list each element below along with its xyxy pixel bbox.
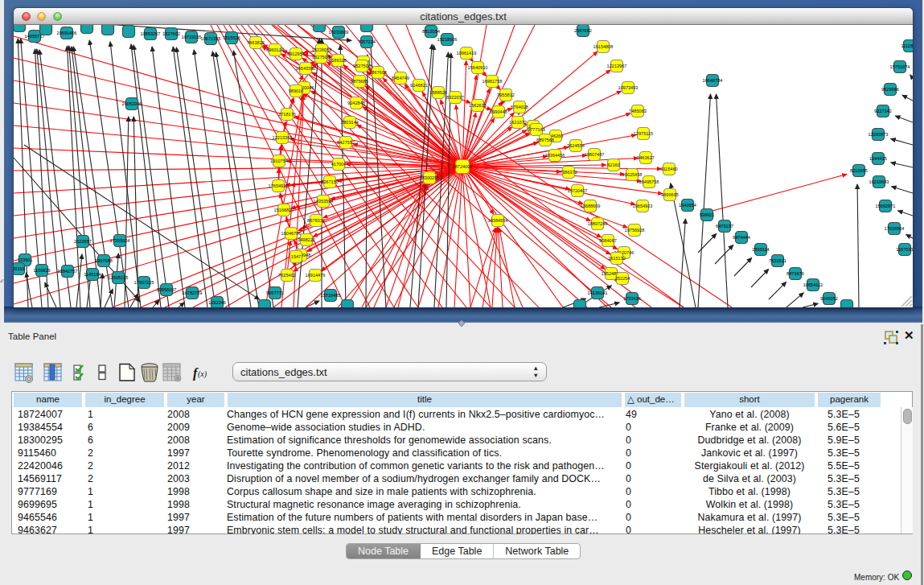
svg-text:8215955: 8215955: [850, 168, 868, 173]
svg-text:9527506: 9527506: [312, 55, 330, 60]
svg-text:62160: 62160: [607, 163, 620, 167]
svg-text:16033809: 16033809: [329, 30, 349, 35]
svg-text:10961419: 10961419: [457, 51, 477, 56]
svg-text:3624554: 3624554: [567, 143, 585, 148]
svg-text:9657771: 9657771: [266, 290, 284, 295]
svg-text:9527508: 9527508: [353, 64, 371, 68]
svg-text:16961758: 16961758: [483, 79, 503, 84]
svg-text:6479197: 6479197: [716, 224, 733, 229]
svg-text:938921: 938921: [700, 212, 715, 217]
svg-text:20691406: 20691406: [57, 31, 77, 35]
svg-text:989016: 989016: [289, 89, 304, 93]
svg-text:8471676: 8471676: [786, 271, 804, 276]
svg-text:9242848: 9242848: [347, 101, 365, 105]
svg-text:10853267: 10853267: [141, 31, 161, 36]
svg-text:15640910: 15640910: [468, 65, 488, 70]
svg-text:1562615: 1562615: [469, 103, 487, 108]
svg-text:8912954: 8912954: [287, 51, 305, 56]
svg-text:1615132: 1615132: [608, 256, 626, 261]
svg-text:6794028: 6794028: [511, 105, 528, 109]
svg-text:3875685: 3875685: [351, 79, 368, 84]
svg-text:1167533: 1167533: [896, 247, 913, 252]
svg-text:8186328: 8186328: [329, 58, 347, 63]
svg-text:15692971: 15692971: [876, 204, 896, 208]
svg-text:1292346: 1292346: [208, 300, 226, 305]
svg-text:1910754: 1910754: [270, 159, 288, 163]
svg-text:12213369: 12213369: [273, 135, 293, 140]
svg-text:17359924: 17359924: [110, 238, 130, 243]
svg-text:1621072: 1621072: [509, 120, 527, 125]
svg-text:19218506: 19218506: [437, 37, 458, 42]
svg-text:16154808: 16154808: [593, 44, 614, 49]
svg-text:1733426: 1733426: [623, 296, 641, 301]
svg-text:8813054: 8813054: [422, 29, 440, 34]
svg-text:14353594: 14353594: [314, 199, 334, 204]
svg-text:16914479: 16914479: [306, 273, 326, 278]
svg-text:18807249: 18807249: [588, 221, 608, 226]
svg-text:8322037: 8322037: [446, 95, 464, 100]
svg-text:12942757: 12942757: [58, 269, 78, 274]
svg-text:133901: 133901: [18, 257, 33, 262]
svg-text:12093873: 12093873: [869, 132, 889, 137]
svg-text:39159: 39159: [14, 266, 25, 271]
svg-text:8454749: 8454749: [392, 76, 409, 80]
svg-text:8990448: 8990448: [490, 109, 507, 114]
svg-text:7955812: 7955812: [497, 93, 515, 97]
svg-text:10654112: 10654112: [803, 282, 823, 287]
svg-text:2867608: 2867608: [369, 70, 387, 75]
svg-text:7485063: 7485063: [629, 109, 647, 113]
svg-text:9084067: 9084067: [599, 238, 617, 243]
svg-text:10958107: 10958107: [157, 287, 177, 292]
svg-text:15751074: 15751074: [890, 64, 910, 69]
svg-text:15166827: 15166827: [274, 208, 294, 212]
svg-text:3498222: 3498222: [298, 237, 315, 242]
svg-text:10671355: 10671355: [201, 36, 221, 41]
svg-text:9474444: 9474444: [733, 235, 750, 240]
svg-text:7357224: 7357224: [358, 39, 376, 44]
svg-text:1112842: 1112842: [901, 43, 913, 48]
svg-text:417004: 417004: [331, 162, 347, 167]
svg-text:16543382: 16543382: [296, 66, 316, 71]
svg-text:17016504: 17016504: [885, 226, 905, 231]
svg-text:17957225: 17957225: [134, 280, 154, 285]
svg-text:2803144: 2803144: [341, 120, 359, 125]
svg-text:14136141: 14136141: [588, 290, 608, 295]
svg-text:8427552: 8427552: [337, 140, 355, 145]
svg-text:15720407: 15720407: [568, 188, 588, 193]
svg-text:8960124: 8960124: [266, 47, 284, 52]
svg-text:7632621: 7632621: [769, 258, 786, 263]
svg-text:19654923: 19654923: [633, 204, 653, 208]
svg-text:7515526: 7515526: [223, 35, 240, 40]
svg-text:7625402: 7625402: [278, 273, 296, 278]
svg-text:12975115: 12975115: [634, 131, 653, 136]
svg-text:7386372: 7386372: [560, 170, 577, 175]
svg-text:9115460: 9115460: [660, 167, 677, 171]
svg-text:10807487: 10807487: [585, 152, 605, 157]
svg-text:9227342: 9227342: [874, 109, 892, 113]
svg-text:7663822: 7663822: [247, 40, 265, 45]
svg-text:16210643: 16210643: [869, 179, 889, 184]
svg-text:2087682: 2087682: [574, 28, 592, 33]
svg-text:1588520: 1588520: [429, 90, 447, 95]
svg-text:1527602: 1527602: [162, 31, 180, 36]
svg-text:10025438: 10025438: [622, 172, 643, 177]
svg-text:6897568: 6897568: [536, 138, 554, 142]
svg-text:9529966: 9529966: [881, 87, 899, 92]
svg-text:1145194: 1145194: [84, 272, 101, 277]
svg-text:252254: 252254: [615, 276, 630, 281]
svg-text:9146821: 9146821: [410, 83, 428, 88]
svg-text:16648784: 16648784: [703, 78, 723, 83]
svg-text:10719155: 10719155: [182, 35, 202, 39]
svg-text:9245052: 9245052: [820, 296, 838, 301]
svg-text:2935114: 2935114: [752, 247, 769, 252]
svg-text:16782759: 16782759: [183, 290, 203, 295]
svg-text:1640954: 1640954: [679, 203, 696, 208]
svg-text:20053346: 20053346: [122, 101, 142, 106]
svg-text:16495758: 16495758: [639, 179, 659, 184]
svg-text:9699695: 9699695: [661, 192, 679, 197]
svg-text:10688609: 10688609: [581, 204, 601, 208]
svg-text:12213967: 12213967: [607, 64, 627, 68]
svg-text:19384554: 19384554: [488, 218, 508, 223]
svg-text:8678332: 8678332: [307, 218, 325, 223]
svg-text:18724007: 18724007: [453, 164, 473, 169]
